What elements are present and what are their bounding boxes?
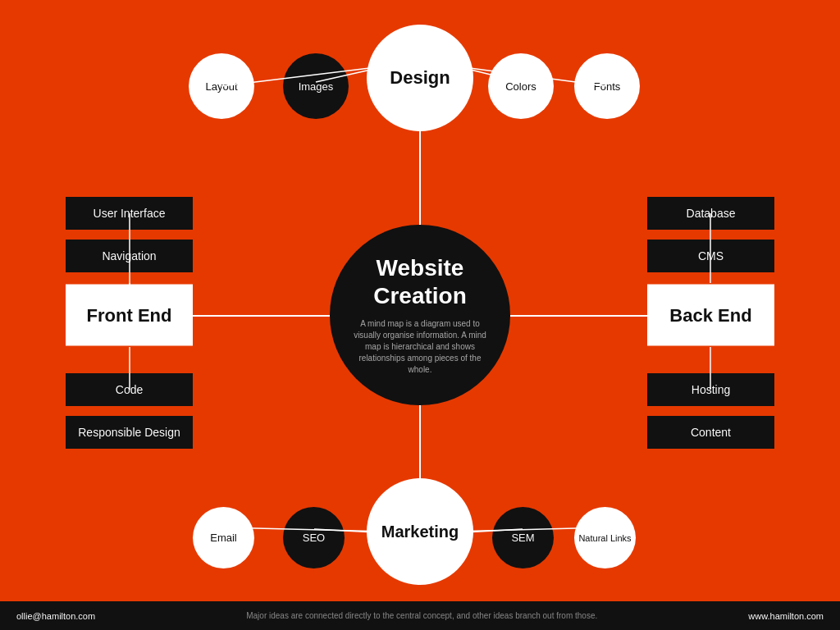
database-node: Database	[647, 197, 774, 230]
frontend-label: Front End	[87, 304, 172, 326]
code-label: Code	[116, 383, 143, 396]
center-title: Website Creation	[373, 254, 467, 309]
design-label: Design	[390, 67, 450, 89]
sem-label: SEM	[511, 532, 534, 544]
images-node: Images	[283, 53, 349, 119]
layout-node: Layout	[189, 53, 254, 119]
hosting-label: Hosting	[692, 383, 730, 396]
navigation-node: Navigation	[66, 240, 193, 272]
natural-links-node: Natural Links	[574, 507, 636, 568]
hosting-node: Hosting	[647, 373, 774, 406]
natural-links-label: Natural Links	[578, 533, 631, 543]
footer: ollie@hamilton.com Major ideas are conne…	[0, 601, 840, 630]
mind-map: Website Creation A mind map is a diagram…	[0, 0, 840, 630]
colors-label: Colors	[505, 80, 536, 93]
seo-node: SEO	[283, 507, 345, 568]
colors-node: Colors	[488, 53, 554, 119]
backend-label: Back End	[669, 304, 751, 326]
seo-label: SEO	[303, 532, 325, 544]
code-node: Code	[66, 373, 193, 406]
footer-website: www.hamilton.com	[748, 611, 824, 621]
marketing-node: Marketing	[367, 478, 473, 585]
center-node: Website Creation A mind map is a diagram…	[330, 225, 510, 405]
navigation-label: Navigation	[102, 249, 156, 262]
images-label: Images	[299, 80, 334, 93]
cms-label: CMS	[698, 249, 724, 262]
marketing-label: Marketing	[381, 523, 459, 541]
email-label: Email	[210, 532, 237, 544]
user-interface-node: User Interface	[66, 197, 193, 230]
layout-label: Layout	[205, 80, 237, 93]
content-label: Content	[691, 426, 731, 439]
footer-email: ollie@hamilton.com	[16, 611, 95, 621]
email-node: Email	[193, 507, 254, 568]
design-node: Design	[367, 25, 473, 131]
user-interface-label: User Interface	[94, 207, 166, 220]
center-description: A mind map is a diagram used to visually…	[346, 318, 494, 376]
fonts-label: Fonts	[594, 80, 621, 93]
content-node: Content	[647, 416, 774, 449]
frontend-node: Front End	[66, 285, 193, 346]
footer-description: Major ideas are connected directly to th…	[112, 611, 732, 620]
cms-node: CMS	[647, 240, 774, 272]
fonts-node: Fonts	[574, 53, 640, 119]
database-label: Database	[687, 207, 736, 220]
backend-node: Back End	[647, 285, 774, 346]
sem-node: SEM	[492, 507, 554, 568]
responsible-design-node: Responsible Design	[66, 416, 193, 449]
responsible-design-label: Responsible Design	[78, 426, 180, 439]
